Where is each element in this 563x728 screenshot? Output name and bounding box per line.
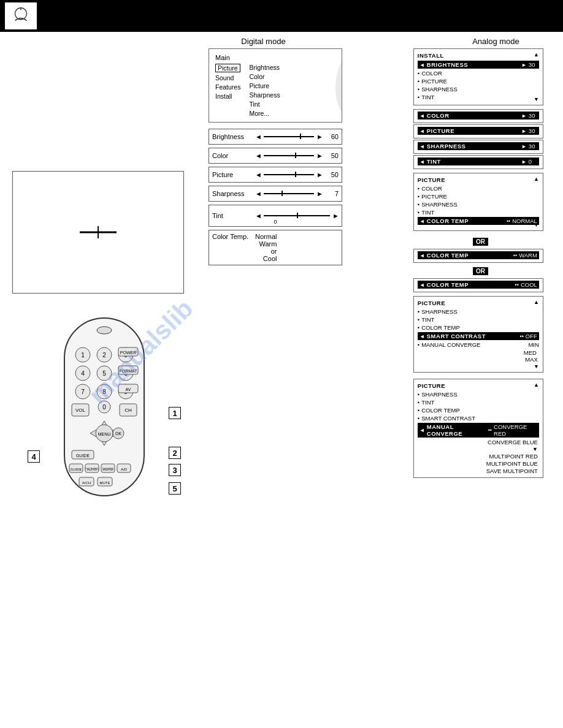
analog-color-hl-row[interactable]: ◄ COLOR ► 30 [418, 112, 539, 119]
analog-sc-larr: ◄ [419, 333, 425, 339]
analog-ct-sharpness-bullet: • [418, 201, 419, 208]
analog-mc2-label: MANUAL CONVERGE [427, 423, 486, 437]
analog-picture-hl-thumb [515, 128, 516, 134]
sharpness-thumb[interactable] [282, 191, 283, 196]
analog-mc2-tint-label: TINT [421, 399, 434, 406]
color-left-arrow[interactable]: ◄ [255, 152, 261, 159]
menu-sub-sharpness[interactable]: Sharpness [249, 91, 280, 99]
analog-sharpness-hl-row[interactable]: ◄ SHARPNESS ► 30 [418, 142, 539, 150]
analog-colortemp-cool-box: ◄ COLOR TEMP •• COOL [413, 278, 543, 292]
analog-mc2-converge-blue: CONVERGE BLUE [488, 439, 538, 446]
menu-item-features[interactable]: Features [215, 83, 240, 91]
analog-tint-hl-track [443, 161, 519, 162]
color-temp-cool[interactable]: Cool [263, 255, 277, 262]
tint-track [264, 215, 330, 216]
color-temp-options: Normal Warm or Cool [255, 233, 277, 262]
picture-thumb[interactable] [295, 172, 296, 177]
analog-color-hl-rarr: ► [521, 113, 527, 119]
brightness-left-arrow[interactable]: ◄ [255, 133, 261, 140]
analog-or-2-badge: OR [473, 267, 488, 275]
analog-tint-hl-label: TINT [427, 158, 441, 165]
analog-tint-hl-slider [443, 161, 519, 162]
analog-tint-label: TINT [421, 94, 434, 100]
brightness-right-arrow[interactable]: ► [316, 133, 323, 140]
menu-sub-color[interactable]: Color [249, 73, 280, 80]
analog-picture-bullet: • [418, 78, 419, 85]
analog-ct-cool-value: COOL [521, 281, 537, 288]
picture-left-arrow[interactable]: ◄ [255, 171, 261, 178]
svg-text:A/D: A/D [121, 468, 128, 471]
sharpness-right-arrow[interactable]: ► [316, 190, 323, 197]
menu-item-picture[interactable]: Picture [215, 64, 240, 72]
analog-sharpness-label: SHARPNESS [421, 86, 458, 93]
crosshair-icon [80, 226, 117, 238]
analog-color-bullet: • [418, 70, 419, 77]
menu-sub-brightness[interactable]: Brightness [249, 64, 280, 71]
analog-colortemp-cool-row[interactable]: ◄ COLOR TEMP •• COOL [418, 281, 539, 289]
analog-sc-tint-item: • TINT [418, 316, 539, 323]
analog-sharpness-bullet: • [418, 86, 419, 93]
analog-mc2-title: PICTURE [418, 382, 539, 389]
analog-mc2-colortemp-bullet: • [418, 407, 419, 414]
analog-tint-hl-row[interactable]: ◄ TINT ► 0 [418, 157, 539, 165]
analog-sc-sharpness-bullet: • [418, 308, 419, 315]
analog-brightness-slider [470, 64, 519, 66]
analog-mc-med: MED [524, 349, 537, 356]
analog-mc-max: MAX [525, 356, 538, 363]
tint-right-arrow[interactable]: ► [332, 212, 339, 219]
analog-smart-contrast-row[interactable]: ◄ SMART CONTRAST •• OFF [418, 332, 539, 340]
analog-sharpness-hl-thumb [515, 143, 516, 149]
analog-ct-warm-larr: ◄ [419, 252, 425, 259]
analog-ct-normal-larr: ◄ [419, 218, 425, 224]
svg-text:VOL: VOL [75, 408, 86, 413]
analog-picture-hl-slider [456, 131, 519, 132]
analog-ct-color-bullet: • [418, 185, 419, 192]
main-content-area: 1 2 3 POWER 4 5 6 [0, 48, 563, 509]
analog-tint-item: • TINT [418, 94, 539, 100]
menu-item-install[interactable]: Install [215, 93, 240, 100]
color-temp-normal[interactable]: Normal [255, 233, 277, 240]
tint-label: Tint [212, 212, 253, 219]
analog-color-temp-normal-row[interactable]: ◄ COLOR TEMP •• NORMAL [418, 217, 539, 225]
sharpness-left-arrow[interactable]: ◄ [255, 190, 261, 197]
analog-sc-tint-bullet: • [418, 316, 419, 323]
analog-ct-tint-item: • TINT [418, 209, 539, 216]
menu-sub-tint[interactable]: Tint [249, 100, 280, 108]
color-temp-control: Color Temp. Normal Warm or Cool [209, 230, 342, 265]
analog-ct-picture-bullet: • [418, 193, 419, 200]
digital-panel: Main Picture Sound Features Install Brig… [202, 48, 392, 509]
analog-mc2-save-multipoint: SAVE MULTIPOINT [486, 468, 538, 474]
svg-text:4: 4 [81, 370, 85, 377]
analog-mc2-sharpness-bullet: • [418, 391, 419, 398]
picture-right-arrow[interactable]: ► [316, 171, 323, 178]
color-temp-warm[interactable]: Warm [259, 240, 277, 248]
analog-smart-contrast-box: PICTURE ▲ • SHARPNESS • TINT • COLOR TEM… [413, 296, 543, 373]
analog-brightness-row[interactable]: ◄ BRIGHTNESS ► 30 [418, 61, 539, 69]
picture-track [264, 174, 314, 175]
menu-sub-more[interactable]: More... [249, 110, 280, 117]
color-thumb[interactable] [295, 153, 296, 158]
menu-right-col: Brightness Color Picture Sharpness Tint … [249, 64, 280, 117]
menu-left-col: Picture Sound Features Install [215, 64, 240, 117]
brightness-thumb[interactable] [300, 134, 301, 139]
analog-ct-tint-bullet: • [418, 209, 419, 216]
analog-tint-hl-value: 0 [529, 158, 537, 165]
analog-manual-converge-row[interactable]: ◄ MANUAL CONVERGE •• CONVERGE RED [418, 423, 539, 438]
color-right-arrow[interactable]: ► [316, 152, 323, 159]
analog-ct-normal-arrows: •• [470, 218, 510, 224]
tint-left-arrow[interactable]: ◄ [255, 212, 261, 219]
analog-colortemp-warm-row[interactable]: ◄ COLOR TEMP •• WARM [418, 251, 539, 259]
analog-ct-warm-value: WARM [519, 252, 537, 259]
analog-tint-bullet: • [418, 94, 419, 100]
sharpness-track-container [264, 193, 314, 194]
analog-picture-hl-row[interactable]: ◄ PICTURE ► 30 [418, 127, 539, 135]
menu-sub-picture[interactable]: Picture [249, 82, 280, 89]
menu-item-sound[interactable]: Sound [215, 74, 240, 82]
analog-picture-slider-box: ◄ PICTURE ► 30 [413, 124, 543, 138]
analog-brightness-value: 30 [529, 61, 537, 68]
analog-mc2-multipoint-red: MULTIPOINT RED [489, 453, 538, 460]
tint-thumb[interactable] [297, 213, 298, 218]
tint-track-container [264, 215, 330, 216]
analog-sc-dn: ▼ [534, 363, 539, 370]
svg-text:8: 8 [102, 389, 106, 395]
